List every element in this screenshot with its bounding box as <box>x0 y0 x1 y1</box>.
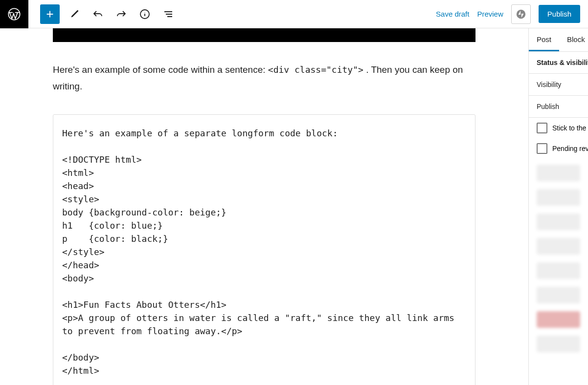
info-button[interactable] <box>136 5 154 23</box>
main-area: Here's an example of some code within a … <box>0 28 588 385</box>
blur-item <box>537 189 580 206</box>
add-block-button[interactable] <box>40 4 60 24</box>
publish-button[interactable]: Publish <box>539 5 580 23</box>
blur-item <box>537 165 580 181</box>
stick-label: Stick to the top <box>552 124 588 132</box>
blur-item <box>537 214 580 230</box>
blur-item <box>537 311 580 328</box>
stick-checkbox[interactable] <box>537 123 547 133</box>
undo-icon <box>92 8 104 20</box>
panel-publish[interactable]: Publish <box>529 96 588 118</box>
sidebar-tabs: Post Block <box>529 28 588 52</box>
toolbar-right: Save draft Preview Publish <box>436 4 588 24</box>
pending-checkbox[interactable] <box>537 143 547 154</box>
wordpress-icon <box>7 7 21 21</box>
pending-label: Pending review <box>552 145 588 152</box>
redo-button[interactable] <box>113 5 130 23</box>
svg-point-2 <box>517 9 525 18</box>
blur-item <box>537 238 580 255</box>
toolbar-left <box>28 4 177 24</box>
pencil-icon <box>68 8 80 20</box>
settings-sidebar: Post Block Status & visibility Visibilit… <box>528 28 588 385</box>
save-draft-button[interactable]: Save draft <box>436 10 469 18</box>
blurred-panels <box>529 159 588 366</box>
stick-to-top-row[interactable]: Stick to the top <box>529 118 588 138</box>
title-block[interactable] <box>53 28 475 42</box>
pending-review-row[interactable]: Pending review <box>529 138 588 159</box>
tab-post[interactable]: Post <box>529 28 559 51</box>
outline-button[interactable] <box>159 5 177 23</box>
paragraph-block[interactable]: Here's an example of some code within a … <box>53 62 475 95</box>
blur-item <box>537 336 580 352</box>
panel-status-visibility[interactable]: Status & visibility <box>529 52 588 74</box>
undo-button[interactable] <box>89 5 107 23</box>
panel-visibility[interactable]: Visibility <box>529 74 588 96</box>
tools-button[interactable] <box>66 5 83 23</box>
code-block[interactable]: Here's an example of a separate longform… <box>53 114 475 385</box>
tab-block[interactable]: Block <box>559 28 588 51</box>
inline-code: <div class="city"> <box>268 64 363 75</box>
redo-icon <box>115 8 127 20</box>
jetpack-button[interactable] <box>511 4 531 24</box>
editor-canvas[interactable]: Here's an example of some code within a … <box>0 28 528 385</box>
wordpress-logo[interactable] <box>0 0 28 28</box>
info-icon <box>139 8 151 20</box>
bolt-icon <box>516 9 526 20</box>
paragraph-text-before: Here's an example of some code within a … <box>53 64 268 75</box>
top-toolbar: Save draft Preview Publish <box>0 0 588 28</box>
blur-item <box>537 287 580 303</box>
blur-item <box>537 262 580 279</box>
outline-icon <box>162 8 174 20</box>
plus-icon <box>45 9 55 20</box>
preview-button[interactable]: Preview <box>477 10 503 18</box>
